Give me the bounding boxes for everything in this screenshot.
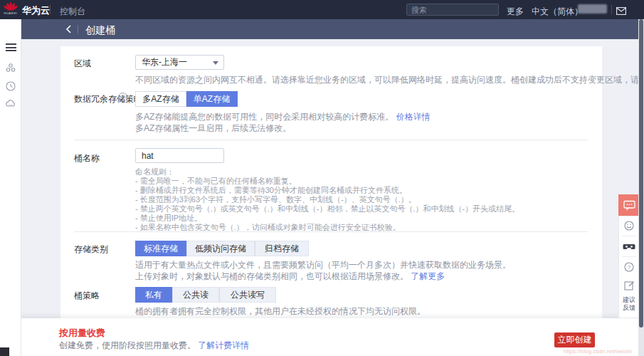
storage-class-hint2-text: 上传对象时，对象默认与桶的存储类别相同，也可以根据适用场景修改。 [135, 271, 408, 281]
bucket-policy-options: 私有 公共读 公共读写 [135, 287, 276, 303]
toolbar-divider [622, 236, 636, 236]
help-button[interactable]: ? [619, 258, 639, 276]
create-bucket-page: HUAWEI 华为云 控制台 更多 中文（简体） [0, 0, 644, 356]
top-navbar: HUAWEI 华为云 控制台 更多 中文（简体） [0, 0, 644, 19]
feedback-label[interactable]: 建议反馈 [620, 296, 638, 312]
feedback-toolbar: ? 建议反馈 [618, 216, 640, 318]
bucket-policy-label: 桶策略 [74, 290, 100, 302]
chevron-left-icon [63, 23, 75, 36]
learn-more-link[interactable]: 了解更多 [411, 271, 445, 281]
toolbar-divider [622, 256, 636, 257]
footer-action-bar: 按用量收费 创建免费，使用阶段按照用量收费。 了解计费详情 立即创建 https… [0, 318, 644, 356]
satisfaction-survey-button[interactable] [619, 216, 639, 235]
screenshot-corner-artifact [0, 347, 9, 356]
storage-class-label: 存储类别 [74, 244, 108, 256]
vr-experience-button[interactable] [619, 237, 639, 256]
naming-rule: - 需全局唯一，不能与已有的任何桶名称重复。 [135, 177, 519, 186]
option-private[interactable]: 私有 [135, 287, 172, 303]
left-sidebar [0, 19, 21, 356]
watermark-text: https://blog.csdn.net/weixin [564, 348, 632, 355]
sidebar-item-monitor[interactable] [5, 80, 16, 95]
redundancy-hint2: 多AZ存储属性一旦启用，后续无法修改。 [135, 122, 291, 135]
page-title: 创建桶 [85, 24, 115, 37]
scrollbar-thumb[interactable] [639, 19, 643, 328]
naming-rule: - 长度范围为3到63个字符，支持小写字母、数字、中划线（-）、英文句号（.）。 [135, 195, 519, 204]
feedback-form-button[interactable] [619, 276, 639, 295]
naming-rule: - 禁止使用IP地址。 [135, 214, 519, 223]
option-public-read-write[interactable]: 公共读写 [219, 287, 276, 303]
bucket-name-input[interactable] [135, 148, 224, 163]
redundancy-label: 数据冗余存储策略 [74, 93, 142, 105]
brand-name[interactable]: 华为云 [22, 4, 50, 17]
huawei-flower-icon [5, 2, 16, 11]
naming-rules: 命名规则： - 需全局唯一，不能与已有的任何桶名称重复。 - 删除桶或并行文件系… [135, 167, 519, 232]
header-separator [78, 25, 78, 34]
huawei-logo[interactable]: HUAWEI [3, 1, 19, 18]
billing-details-link[interactable]: 了解计费详情 [198, 340, 249, 350]
naming-rule: - 删除桶或并行文件系统后，需要等待30分钟才能创建同名桶或并行文件系统。 [135, 186, 519, 195]
bucket-policy-hint: 桶的拥有者拥有完全控制权限，其他用户在未经授权的情况下均无访问权限。 [135, 305, 426, 318]
redundancy-hint1: 多AZ存储能提高您的数据可用性，同时会采用相对较高的计费标准。 价格详情 [135, 111, 431, 123]
messages-button[interactable] [616, 5, 626, 18]
naming-rules-title: 命名规则： [135, 167, 519, 177]
option-standard-storage[interactable]: 标准存储 [135, 241, 186, 256]
option-public-read[interactable]: 公共读 [172, 287, 219, 303]
redundancy-hint1-text: 多AZ存储能提高您的数据可用性，同时会采用相对较高的计费标准。 [135, 112, 394, 122]
chat-bubble-icon [623, 200, 635, 211]
option-archive-storage[interactable]: 归档存储 [255, 241, 309, 256]
more-menu[interactable]: 更多 [507, 6, 524, 18]
storage-class-options: 标准存储 低频访问存储 归档存储 [135, 241, 309, 256]
sidebar-item-resources[interactable] [5, 62, 16, 76]
resource-group-icon [5, 62, 16, 73]
fee-desc-text: 创建免费，使用阶段按照用量收费。 [59, 340, 196, 350]
option-multi-az[interactable]: 多AZ存储 [135, 91, 186, 107]
fee-description: 创建免费，使用阶段按照用量收费。 了解计费详情 [59, 340, 249, 352]
huawei-logo-caption: HUAWEI [3, 11, 19, 15]
topbar-separator [611, 5, 612, 14]
region-select[interactable]: 华东-上海一 [135, 55, 224, 70]
topbar-separator [50, 5, 51, 14]
storage-class-hint1: 适用于有大量热点文件或小文件，且需要频繁访问（平均一个月多次）并快速获取数据的业… [135, 259, 511, 271]
fee-title: 按用量收费 [59, 327, 105, 340]
global-search[interactable] [406, 4, 499, 16]
option-infrequent-storage[interactable]: 低频访问存储 [186, 241, 255, 256]
menu-icon[interactable] [6, 43, 16, 51]
region-label: 区域 [74, 58, 91, 70]
smiley-icon [623, 220, 635, 231]
language-selector[interactable]: 中文（简体） [532, 6, 583, 18]
naming-rule: - 禁止两个英文句号（.）或英文句号（.）和中划线（-）相邻，禁止以英文句号（.… [135, 204, 519, 214]
page-header-bar: 创建桶 [21, 19, 644, 39]
redundancy-help-icon[interactable]: ? [118, 93, 127, 102]
clock-icon [5, 80, 16, 92]
edit-form-icon [624, 281, 635, 291]
create-now-button[interactable]: 立即创建 [554, 333, 595, 347]
search-input[interactable] [411, 6, 512, 14]
page-scrollbar[interactable] [638, 19, 644, 356]
svg-text:?: ? [628, 264, 631, 271]
vr-glasses-icon [623, 242, 635, 251]
region-hint: 不同区域的资源之间内网互不相通。请选择靠近您业务的区域，可以降低网络时延，提高访… [135, 74, 644, 86]
redundancy-options: 多AZ存储 单AZ存储 [135, 91, 238, 107]
price-details-link[interactable]: 价格详情 [396, 112, 431, 122]
section-divider [74, 231, 588, 232]
storage-class-hint2: 上传对象时，对象默认与桶的存储类别相同，也可以根据适用场景修改。 了解更多 [135, 271, 445, 283]
section-divider [74, 140, 588, 140]
live-chat-button[interactable] [618, 194, 640, 216]
question-mark-icon: ? [623, 261, 635, 273]
back-button[interactable] [63, 23, 75, 36]
sidebar-item-cloud[interactable] [5, 98, 16, 112]
console-link[interactable]: 控制台 [60, 6, 85, 18]
chevron-down-icon [213, 61, 218, 65]
cloud-icon [5, 98, 16, 110]
option-single-az[interactable]: 单AZ存储 [186, 91, 238, 107]
create-bucket-form: 区域 华东-上海一 不同区域的资源之间内网互不相通。请选择靠近您业务的区域，可以… [60, 46, 602, 318]
account-name-redacted[interactable] [578, 4, 607, 14]
bucket-name-label: 桶名称 [74, 152, 100, 164]
region-selected-value: 华东-上海一 [142, 57, 187, 67]
mail-icon [616, 7, 626, 15]
